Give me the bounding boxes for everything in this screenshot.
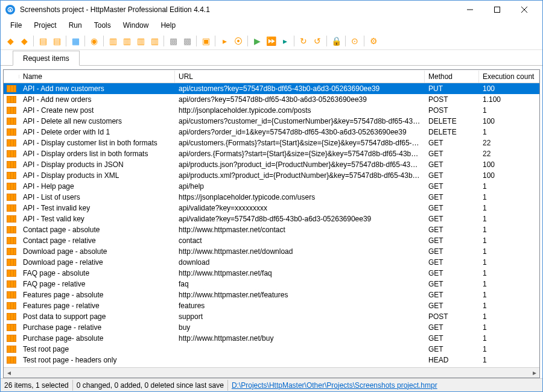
table-row[interactable]: API - Delete order with Id 1api/orders?o… [4, 127, 539, 138]
cell-method: GET [425, 344, 479, 354]
delete-item-icon[interactable]: ▤ [51, 35, 63, 47]
menu-file[interactable]: File [4, 20, 28, 31]
list-group-icon[interactable]: ▥ [135, 35, 147, 47]
menu-window[interactable]: Window [117, 20, 155, 31]
cell-exec: 1 [479, 258, 539, 267]
table-row[interactable]: API - Display products in JSONapi/produc… [4, 159, 539, 170]
cell-url [175, 359, 425, 361]
table-row[interactable]: API - Delete all new customersapi/custom… [4, 116, 539, 127]
minimize-button[interactable] [456, 1, 483, 18]
table-row[interactable]: Features page - absolutehttp://www.httpm… [4, 289, 539, 300]
new-item-icon[interactable]: ▤ [37, 35, 49, 47]
cell-name: Contact page - absolute [19, 225, 175, 235]
cell-exec: 1 [479, 334, 539, 343]
cell-url: support [175, 312, 425, 321]
col-method-header[interactable]: Method [425, 71, 479, 83]
table-row[interactable]: API - Add new customersapi/customers?key… [4, 83, 539, 94]
table-row[interactable]: API - Test valid keyapi/validate?key=575… [4, 213, 539, 224]
item-type-icon [4, 226, 19, 233]
batches-icon[interactable]: ▣ [200, 35, 212, 47]
grid-body[interactable]: API - Add new customersapi/customers?key… [4, 83, 539, 367]
status-counts: 26 items, 1 selected [1, 380, 73, 391]
toolbar-separator [247, 36, 248, 46]
gray2-icon[interactable]: ▩ [181, 35, 193, 47]
save-icon[interactable]: ◉ [88, 35, 100, 47]
table-row[interactable]: Test root page - headers onlyHEAD1 [4, 355, 539, 365]
lock-icon[interactable]: 🔒 [330, 35, 342, 47]
cell-url: contact [175, 236, 425, 245]
table-row[interactable]: Download page - absolutehttp://www.httpm… [4, 246, 539, 257]
table-row[interactable]: Purchase page- absolutehttp://www.httpma… [4, 333, 539, 344]
new-project-icon[interactable]: ◆ [4, 35, 16, 47]
menu-run[interactable]: Run [63, 20, 88, 31]
cell-name: Purchase page- absolute [19, 334, 175, 343]
table-row[interactable]: API - Help pageapi/helpGET1 [4, 181, 539, 192]
cell-url: api/customers?key=57547d8b-df65-43b0-a6d… [175, 84, 425, 93]
table-row[interactable]: API - Add new ordersapi/orders?key=57547… [4, 94, 539, 105]
cell-url: api/validate?key=57547d8b-df65-43b0-a6d3… [175, 214, 425, 224]
scroll-right-icon[interactable]: ▸ [529, 368, 539, 378]
menu-tools[interactable]: Tools [88, 20, 117, 31]
cell-url: http://www.httpmaster.net/contact [175, 225, 425, 235]
item-type-icon [4, 346, 19, 353]
cell-method: GET [425, 225, 479, 235]
run-mode-icon[interactable]: ⦿ [232, 35, 244, 47]
cell-url: api/orders?key=57547d8b-df65-43b0-a6d3-0… [175, 95, 425, 104]
item-type-icon [4, 215, 19, 223]
run-all-icon[interactable]: ⏩ [265, 35, 277, 47]
item-type-icon [4, 204, 19, 212]
cell-exec: 1 [479, 236, 539, 245]
scroll-left-icon[interactable]: ◂ [4, 368, 14, 378]
menu-project[interactable]: Project [28, 20, 62, 31]
cell-url: https://jsonplaceholder.typicode.com/use… [175, 192, 425, 202]
remove-group-icon[interactable]: ▥ [148, 35, 160, 47]
item-type-icon [4, 324, 19, 331]
add-group-icon[interactable]: ▥ [107, 35, 119, 47]
run-icon[interactable]: ▶ [251, 35, 263, 47]
menubar: File Project Run Tools Window Help [1, 19, 542, 32]
table-row[interactable]: FAQ page - absolutehttp://www.httpmaster… [4, 268, 539, 279]
table-row[interactable]: API - Create new posthttp://jsonplacehol… [4, 105, 539, 116]
settings-icon[interactable]: ⚙ [367, 35, 379, 47]
table-row[interactable]: Post data to support pagesupportPOST1 [4, 311, 539, 322]
cell-exec: 1 [479, 203, 539, 213]
tab-strip: Request items [1, 50, 542, 66]
close-button[interactable] [510, 1, 538, 18]
cell-exec: 1 [479, 247, 539, 256]
table-row[interactable]: API - Display customer list in both form… [4, 138, 539, 148]
loop2-icon[interactable]: ↺ [311, 35, 323, 47]
table-row[interactable]: Contact page - absolutehttp://www.httpma… [4, 224, 539, 235]
table-row[interactable]: API - List of usershttps://jsonplacehold… [4, 192, 539, 203]
table-row[interactable]: API - Test invalid keyapi/validate?key=x… [4, 203, 539, 213]
horizontal-scrollbar[interactable]: ◂ ▸ [4, 367, 539, 378]
table-row[interactable]: API - Display products in XMLapi/product… [4, 170, 539, 181]
copy-item-icon[interactable]: ▦ [69, 35, 81, 47]
cell-name: API - Delete order with Id 1 [19, 127, 175, 137]
col-exec-header[interactable]: Execution count [479, 71, 539, 83]
col-icon-header[interactable] [4, 75, 19, 78]
table-row[interactable]: Contact page - relativecontactGET1 [4, 235, 539, 246]
col-url-header[interactable]: URL [175, 71, 425, 83]
edit-group-icon[interactable]: ▥ [121, 35, 133, 47]
cell-method: DELETE [425, 116, 479, 126]
tab-request-items[interactable]: Request items [13, 51, 80, 66]
toolbar-separator [33, 36, 34, 46]
status-path-link[interactable]: D:\Projects\HttpMaster\Other\Projects\Sc… [228, 380, 441, 391]
menu-help[interactable]: Help [154, 20, 182, 31]
open-project-icon[interactable]: ◆ [18, 35, 30, 47]
cell-method: GET [425, 214, 479, 224]
run-one-icon[interactable]: ▸ [279, 35, 291, 47]
play-config-icon[interactable]: ⊙ [349, 35, 361, 47]
maximize-button[interactable] [483, 1, 510, 18]
loop1-icon[interactable]: ↻ [297, 35, 310, 47]
col-name-header[interactable]: Name [19, 71, 175, 83]
run-selection-icon[interactable]: ▸ [218, 35, 230, 47]
table-row[interactable]: API - Display orders list in both format… [4, 148, 539, 159]
cell-method: GET [425, 301, 479, 311]
table-row[interactable]: Features page - relativefeaturesGET1 [4, 300, 539, 311]
gray1-icon[interactable]: ▩ [167, 35, 179, 47]
table-row[interactable]: Test root pageGET1 [4, 344, 539, 355]
table-row[interactable]: FAQ page - relativefaqGET1 [4, 279, 539, 289]
table-row[interactable]: Download page - relativedownloadGET1 [4, 257, 539, 268]
table-row[interactable]: Purchase page - relativebuyGET1 [4, 322, 539, 333]
